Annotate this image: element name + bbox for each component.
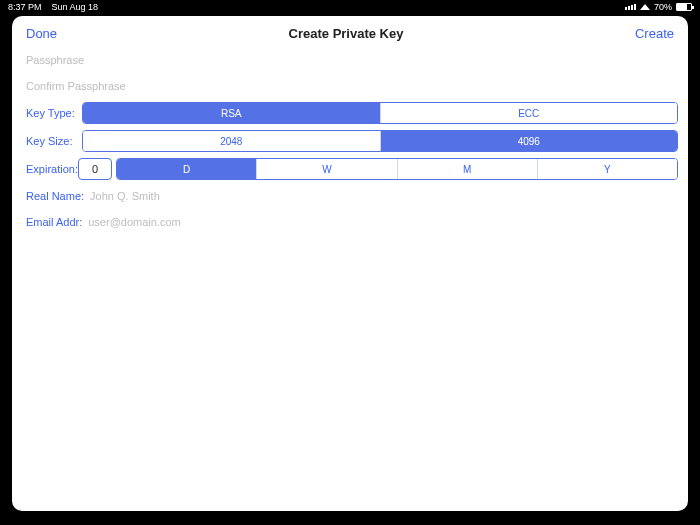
email-label: Email Addr: xyxy=(26,216,82,228)
real-name-input[interactable] xyxy=(90,188,674,204)
battery-percent: 70% xyxy=(654,2,672,12)
exp-unit-w[interactable]: W xyxy=(257,159,397,179)
battery-icon xyxy=(676,3,692,11)
status-time: 8:37 PM xyxy=(8,2,42,12)
page-title: Create Private Key xyxy=(289,26,404,41)
key-size-row: Key Size: 2048 4096 xyxy=(16,127,684,155)
email-input[interactable] xyxy=(88,214,674,230)
expiration-value-input[interactable] xyxy=(78,158,112,180)
wifi-icon xyxy=(640,4,650,10)
expiration-unit-segmented: D W M Y xyxy=(116,158,678,180)
cellular-icon xyxy=(625,4,636,10)
key-type-rsa[interactable]: RSA xyxy=(83,103,381,123)
exp-unit-d[interactable]: D xyxy=(117,159,257,179)
status-right: 70% xyxy=(625,2,692,12)
key-type-ecc[interactable]: ECC xyxy=(381,103,678,123)
email-row: Email Addr: xyxy=(16,209,684,235)
exp-unit-y[interactable]: Y xyxy=(538,159,677,179)
form: Key Type: RSA ECC Key Size: 2048 4096 Ex… xyxy=(12,47,688,235)
key-type-row: Key Type: RSA ECC xyxy=(16,99,684,127)
status-bar: 8:37 PM Sun Aug 18 70% xyxy=(0,0,700,14)
key-size-segmented: 2048 4096 xyxy=(82,130,678,152)
confirm-passphrase-input[interactable] xyxy=(26,78,674,94)
key-size-label: Key Size: xyxy=(16,135,78,147)
expiration-row: Expiration: D W M Y xyxy=(16,155,684,183)
create-button[interactable]: Create xyxy=(635,26,674,41)
status-date: Sun Aug 18 xyxy=(52,2,99,12)
expiration-label: Expiration: xyxy=(16,163,78,175)
key-type-segmented: RSA ECC xyxy=(82,102,678,124)
real-name-row: Real Name: xyxy=(16,183,684,209)
key-type-label: Key Type: xyxy=(16,107,78,119)
exp-unit-m[interactable]: M xyxy=(398,159,538,179)
nav-bar: Done Create Private Key Create xyxy=(12,16,688,47)
done-button[interactable]: Done xyxy=(26,26,57,41)
real-name-label: Real Name: xyxy=(26,190,84,202)
confirm-passphrase-row xyxy=(16,73,684,99)
status-time-date: 8:37 PM Sun Aug 18 xyxy=(8,2,98,12)
passphrase-row xyxy=(16,47,684,73)
key-size-4096[interactable]: 4096 xyxy=(381,131,678,151)
key-size-2048[interactable]: 2048 xyxy=(83,131,381,151)
passphrase-input[interactable] xyxy=(26,52,674,68)
create-key-modal: Done Create Private Key Create Key Type:… xyxy=(12,16,688,511)
